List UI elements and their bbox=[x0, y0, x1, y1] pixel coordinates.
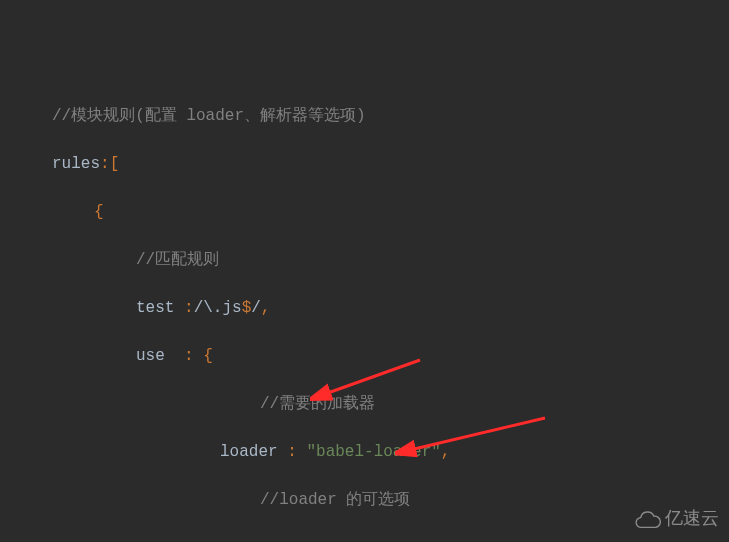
code-line: loader : "babel-loader", bbox=[0, 440, 729, 464]
code-brace: { bbox=[0, 200, 729, 224]
code-comment: //loader 的可选项 bbox=[0, 488, 729, 512]
code-line: test :/\.js$/, bbox=[0, 296, 729, 320]
code-line: use : { bbox=[0, 344, 729, 368]
code-blank bbox=[0, 536, 729, 542]
cloud-icon bbox=[633, 509, 661, 529]
code-comment: //需要的加载器 bbox=[0, 392, 729, 416]
code-comment: //模块规则(配置 loader、解析器等选项) bbox=[0, 104, 729, 128]
watermark: 亿速云 bbox=[633, 505, 719, 532]
code-comment: //匹配规则 bbox=[0, 248, 729, 272]
code-line: rules:[ bbox=[0, 152, 729, 176]
